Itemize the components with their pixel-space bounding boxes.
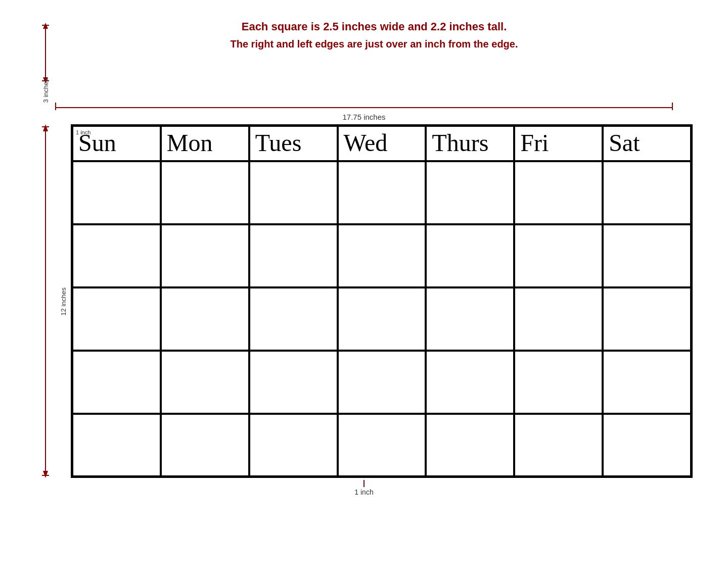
body-cell-row4-col7 bbox=[603, 351, 691, 414]
corner-one-inch-label: 1 inch bbox=[76, 129, 90, 135]
header-cell-tues: Tues bbox=[249, 126, 338, 161]
body-cell-row5-col2 bbox=[161, 414, 249, 477]
twelve-inch-arrow-svg bbox=[38, 124, 53, 478]
day-label-sat: Sat bbox=[609, 131, 640, 155]
day-label-mon: Mon bbox=[167, 131, 213, 155]
body-cell-row2-col4 bbox=[338, 224, 426, 287]
header-cell-fri: Fri bbox=[514, 126, 603, 161]
day-label-fri: Fri bbox=[520, 131, 549, 155]
bottom-label: 1 inch bbox=[354, 487, 373, 497]
twelve-inch-label: 12 inches bbox=[60, 287, 67, 316]
body-cell-row5-col7 bbox=[603, 414, 691, 477]
body-cell-row3-col7 bbox=[603, 287, 691, 351]
info-line2: The right and left edges are just over a… bbox=[56, 38, 693, 50]
body-cell-row2-col2 bbox=[161, 224, 249, 287]
width-label: 17.75 inches bbox=[35, 113, 693, 121]
header-cell-sat: Sat bbox=[603, 126, 691, 161]
header-cell-sun: 1 inchSun bbox=[72, 126, 161, 161]
body-cell-row2-col5 bbox=[426, 224, 514, 287]
body-cell-row1-col3 bbox=[249, 161, 338, 224]
body-cell-row3-col4 bbox=[338, 287, 426, 351]
body-cell-row3-col5 bbox=[426, 287, 514, 351]
twelve-inch-label-area: 12 inches bbox=[56, 124, 71, 478]
body-cell-row3-col2 bbox=[161, 287, 249, 351]
calendar-grid: 1 inchSunMonTuesWedThursFriSat bbox=[71, 124, 693, 478]
info-line1: Each square is 2.5 inches wide and 2.2 i… bbox=[56, 20, 693, 33]
body-cell-row4-col5 bbox=[426, 351, 514, 414]
body-cell-row5-col1 bbox=[72, 414, 161, 477]
header-cell-thurs: Thurs bbox=[426, 126, 514, 161]
body-cell-row5-col3 bbox=[249, 414, 338, 477]
body-cell-row2-col7 bbox=[603, 224, 691, 287]
body-cell-row1-col5 bbox=[426, 161, 514, 224]
body-cell-row2-col1 bbox=[72, 224, 161, 287]
three-inch-label: 3 inches bbox=[42, 78, 50, 103]
svg-marker-9 bbox=[43, 124, 48, 131]
day-label-thurs: Thurs bbox=[432, 131, 488, 155]
body-cell-row4-col3 bbox=[249, 351, 338, 414]
top-text-area: Each square is 2.5 inches wide and 2.2 i… bbox=[56, 20, 693, 60]
body-cell-row4-col4 bbox=[338, 351, 426, 414]
three-inch-arrow-svg bbox=[38, 23, 53, 83]
body-cell-row2-col6 bbox=[514, 224, 603, 287]
twelve-inch-measurement bbox=[35, 124, 56, 478]
body-cell-row1-col7 bbox=[603, 161, 691, 224]
day-label-wed: Wed bbox=[344, 131, 388, 155]
day-label-tues: Tues bbox=[255, 131, 302, 155]
body-cell-row3-col1 bbox=[72, 287, 161, 351]
page-wrapper: 3 inches Each square is 2.5 inches wide … bbox=[0, 10, 728, 507]
body-cell-row5-col4 bbox=[338, 414, 426, 477]
body-cell-row5-col5 bbox=[426, 414, 514, 477]
body-cell-row4-col2 bbox=[161, 351, 249, 414]
body-cell-row1-col6 bbox=[514, 161, 603, 224]
horiz-ruler-svg bbox=[56, 103, 672, 113]
bottom-tick-top bbox=[363, 480, 365, 487]
body-cell-row4-col1 bbox=[72, 351, 161, 414]
body-cell-row4-col6 bbox=[514, 351, 603, 414]
body-cell-row5-col6 bbox=[514, 414, 603, 477]
three-inch-measurement: 3 inches bbox=[35, 23, 56, 103]
header-cell-mon: Mon bbox=[161, 126, 249, 161]
body-cell-row3-col3 bbox=[249, 287, 338, 351]
main-area: 12 inches 1 inchSunMonTuesWedThursFriSat bbox=[15, 124, 713, 478]
svg-marker-10 bbox=[43, 471, 48, 478]
top-section: 3 inches Each square is 2.5 inches wide … bbox=[15, 20, 713, 103]
top-horiz-ruler bbox=[15, 103, 713, 113]
header-cell-wed: Wed bbox=[338, 126, 426, 161]
bottom-measurement: 1 inch bbox=[354, 480, 373, 497]
body-cell-row1-col4 bbox=[338, 161, 426, 224]
body-cell-row1-col1 bbox=[72, 161, 161, 224]
body-cell-row3-col6 bbox=[514, 287, 603, 351]
body-cell-row2-col3 bbox=[249, 224, 338, 287]
body-cell-row1-col2 bbox=[161, 161, 249, 224]
